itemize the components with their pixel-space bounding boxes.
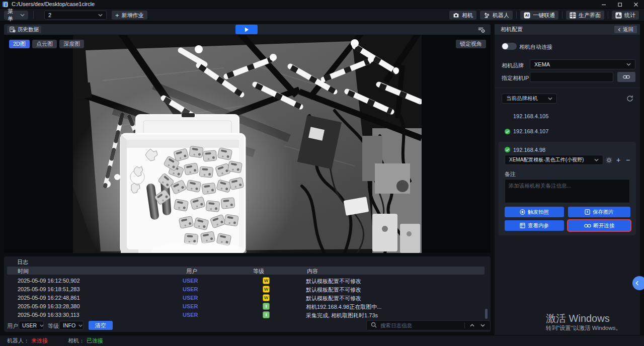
auto-connect-toggle[interactable] [502,43,517,50]
disconnect-button[interactable]: 断开连接 [568,220,630,231]
shutter-icon [520,209,525,215]
level-badge: W [263,294,270,301]
log-search-input[interactable] [380,322,461,328]
camera-status-label: 相机： [68,337,85,344]
robot-icon [484,12,490,18]
panel-collapse-handle[interactable] [632,276,644,290]
add-job-button[interactable]: + 新增作业 [112,11,147,20]
trigger-photo-button[interactable]: 触发拍照 [505,207,564,217]
log-rows: 2025-05-09 16:12:50,902 USER W 默认模板配置不可修… [4,277,487,319]
save-image-icon [585,209,590,215]
clear-log-button[interactable]: 清空 [89,321,113,330]
toolbar-separator [608,12,608,19]
log-search-box [366,320,491,330]
link-icon [623,74,630,79]
view-intrinsics-button[interactable]: 查看内参 [505,220,564,231]
camera-config-panel: 相机配置 返回 相机自动连接 相机品牌 XEMA 指定相机IP 当前品牌相机 1… [495,24,640,335]
log-row[interactable]: 2025-05-09 16:33:28,380 USER I 相机192.168… [4,302,487,311]
camera-item[interactable]: 192.168.4.105 [513,113,548,119]
brand-select[interactable]: XEMA [530,59,635,69]
chevron-down-icon [20,14,25,17]
toolbar: 菜单 2 + 新增作业 相机 机器人 AI 一键联通 [0,9,644,22]
chevron-down-icon [480,324,485,327]
chevron-down-icon [594,158,599,161]
chevron-down-icon [40,324,44,327]
view-settings-button[interactable] [476,26,486,33]
disconnect-link-icon [584,223,591,228]
menu-button[interactable]: 菜单 [4,11,28,20]
check-circle-icon [505,129,510,134]
lock-view-button[interactable]: 锁定视角 [456,40,486,48]
stats-bars-icon [615,12,622,19]
job-select[interactable]: 2 [44,11,107,20]
level-badge: I [263,311,270,318]
log-row[interactable]: 2025-05-09 16:18:51,283 USER W 默认模板配置不可修… [4,285,487,294]
play-button[interactable] [235,25,258,34]
current-brand-select[interactable]: 当前品牌相机 [502,94,557,104]
toolbar-separator [562,12,562,19]
add-template-button[interactable]: + [614,156,622,164]
save-image-button[interactable]: 保存图片 [568,207,630,217]
back-chevron-icon [618,28,621,32]
stats-button[interactable]: 统计 [612,11,639,20]
viewer-header: 历史数据 [4,24,491,35]
robot-status-value: 未连接 [31,337,48,344]
tab-2d[interactable]: 2D图 [9,40,30,48]
back-button[interactable]: 返回 [614,26,637,33]
chevron-up-icon [470,324,474,327]
log-row[interactable]: 2025-05-09 16:33:30,113 USER I 采集完成, 相机取… [4,311,487,319]
camera-status-value: 已连接 [87,337,103,344]
maximize-button[interactable] [612,0,628,9]
search-separator [464,322,465,328]
viewer-canvas[interactable]: 2D图 点云图 深度图 锁定视角 [4,35,491,253]
robot-view-button[interactable]: 机器人 [480,11,513,20]
minus-icon: − [626,156,630,164]
minimize-icon [601,2,606,7]
plus-icon: + [616,156,620,164]
note-label: 备注 [505,170,516,178]
search-prev-button[interactable] [468,324,475,327]
camera-item-selected[interactable]: 192.168.4.98 [513,147,545,153]
camera-view-button[interactable]: 相机 [449,11,476,20]
play-icon [245,27,249,32]
camera-item[interactable]: 192.168.4.107 [513,128,548,134]
chevron-down-icon [548,97,552,100]
gear-icon [606,157,612,163]
level-badge: I [263,303,270,310]
template-select[interactable]: XEMA配置模板-黑色工件(小视野) [505,155,603,165]
connect-ip-button[interactable] [617,72,635,82]
log-row[interactable]: 2025-05-09 16:22:48,861 USER W 默认模板配置不可修… [4,294,487,302]
log-row[interactable]: 2025-05-09 16:12:50,902 USER W 默认模板配置不可修… [4,277,487,285]
note-textarea[interactable] [505,179,630,203]
panel-divider [495,88,640,88]
log-user-filter[interactable]: USER [19,321,44,330]
toolbar-separator [33,11,34,19]
intrinsics-icon [520,223,525,228]
refresh-cameras-button[interactable] [626,95,634,103]
log-panel: 日志 时间 用户 等级 内容 2025-05-09 16:12:50,902 U… [4,256,491,332]
camera-config-header: 相机配置 返回 [495,24,640,35]
log-scrollbar[interactable] [485,309,488,319]
tab-pointcloud[interactable]: 点云图 [32,40,57,48]
camera-ip-input[interactable] [530,72,613,82]
check-circle-icon [505,147,510,152]
statusbar: 机器人： 未连接 相机： 已连接 [0,335,644,346]
log-level-filter[interactable]: INFO [59,321,84,330]
close-button[interactable] [628,0,644,9]
production-view-button[interactable]: 生产界面 [566,11,604,20]
maximize-icon [617,2,622,7]
remove-template-button[interactable]: − [624,156,632,164]
template-settings-button[interactable] [605,156,613,164]
panel-title: 相机配置 [501,26,523,33]
robot-status-label: 机器人： [7,337,29,344]
app-icon [3,2,8,7]
search-next-button[interactable] [479,324,486,327]
refresh-icon [626,95,633,102]
tab-depth[interactable]: 深度图 [59,40,84,48]
history-data-button[interactable]: 历史数据 [7,26,41,33]
app-window: C:/Users/dex/Desktop/case1circle 菜单 2 + … [0,0,644,346]
minimize-button[interactable] [596,0,612,9]
log-table-header: 时间 用户 等级 内容 [7,267,485,275]
close-icon [633,2,638,7]
one-key-connect-button[interactable]: AI 一键联通 [520,11,558,20]
